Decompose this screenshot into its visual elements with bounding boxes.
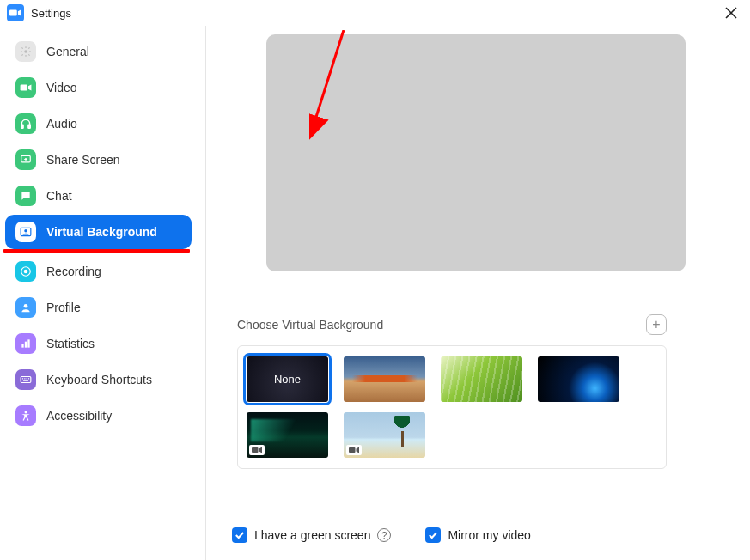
sidebar-item-label: Video	[46, 81, 77, 94]
sidebar-item-label: Virtual Background	[46, 225, 157, 239]
sidebar-item-audio[interactable]: Audio	[5, 107, 192, 141]
sidebar-item-profile[interactable]: Profile	[5, 290, 192, 325]
chat-icon	[15, 186, 36, 206]
sidebar-item-share[interactable]: Share Screen	[5, 143, 192, 177]
sidebar-item-statistics[interactable]: Statistics	[5, 326, 192, 361]
person-icon	[15, 297, 36, 318]
svg-rect-12	[25, 342, 27, 348]
close-button[interactable]	[719, 1, 743, 25]
svg-rect-13	[27, 339, 29, 347]
section-title: Choose Virtual Background	[237, 318, 383, 332]
accessibility-icon	[15, 405, 36, 426]
sidebar-item-label: Chat	[46, 189, 72, 203]
mirror-video-checkbox[interactable]: Mirror my video	[425, 527, 530, 543]
sidebar: General Video Audio Share Screen Chat Vi…	[0, 26, 206, 560]
svg-point-20	[25, 411, 27, 413]
bar-chart-icon	[15, 333, 36, 354]
svg-point-7	[24, 229, 27, 233]
sidebar-item-general[interactable]: General	[5, 34, 192, 69]
help-icon[interactable]: ?	[377, 528, 391, 542]
sidebar-item-label: Statistics	[46, 337, 95, 350]
sidebar-item-label: Accessibility	[46, 409, 112, 423]
sidebar-item-label: Share Screen	[46, 153, 120, 167]
thumbnail-aurora[interactable]	[247, 412, 328, 458]
svg-rect-17	[27, 378, 27, 379]
sidebar-item-label: Profile	[46, 301, 81, 314]
sidebar-item-accessibility[interactable]: Accessibility	[5, 399, 192, 433]
video-badge-icon	[249, 445, 265, 455]
sidebar-item-label: Recording	[46, 265, 101, 278]
svg-rect-0	[9, 10, 17, 16]
sidebar-item-recording[interactable]: Recording	[5, 254, 192, 289]
sidebar-item-label: Keyboard Shortcuts	[46, 373, 152, 387]
main-panel: Choose Virtual Background + None	[206, 26, 750, 560]
gear-icon	[15, 41, 36, 62]
titlebar: Settings	[0, 0, 750, 26]
svg-rect-15	[22, 378, 23, 379]
sidebar-item-virtual-background[interactable]: Virtual Background	[5, 215, 192, 249]
add-background-button[interactable]: +	[646, 314, 667, 335]
checkbox-checked-icon	[425, 527, 441, 543]
svg-point-10	[24, 304, 28, 308]
video-badge-icon	[346, 445, 362, 455]
checkbox-label: Mirror my video	[448, 528, 530, 542]
thumbnail-grass[interactable]	[441, 356, 522, 402]
person-card-icon	[15, 222, 36, 242]
checkbox-label: I have a green screen	[254, 528, 370, 542]
svg-point-1	[24, 50, 27, 53]
plus-icon: +	[652, 317, 660, 332]
svg-rect-4	[28, 125, 30, 128]
sidebar-item-label: Audio	[46, 117, 77, 131]
svg-rect-19	[23, 380, 28, 381]
video-icon	[15, 77, 36, 98]
video-preview	[266, 34, 686, 271]
sidebar-item-video[interactable]: Video	[5, 70, 192, 105]
window-title: Settings	[31, 7, 71, 20]
sidebar-item-keyboard[interactable]: Keyboard Shortcuts	[5, 362, 192, 397]
svg-rect-22	[252, 447, 259, 453]
thumbnail-bridge[interactable]	[344, 356, 425, 402]
svg-rect-14	[21, 377, 31, 383]
sidebar-item-label: General	[46, 45, 89, 58]
thumbnail-earth[interactable]	[538, 356, 619, 402]
annotation-underline	[3, 249, 190, 253]
svg-rect-16	[24, 378, 25, 379]
svg-rect-3	[21, 125, 23, 128]
zoom-app-icon	[7, 4, 24, 21]
svg-point-9	[24, 270, 28, 274]
main-container: General Video Audio Share Screen Chat Vi…	[0, 26, 750, 560]
headphones-icon	[15, 113, 36, 134]
share-screen-icon	[15, 149, 36, 170]
checkbox-checked-icon	[232, 527, 247, 543]
svg-rect-11	[21, 344, 23, 348]
keyboard-icon	[15, 369, 36, 390]
sidebar-item-chat[interactable]: Chat	[5, 179, 192, 213]
thumbnail-label: None	[274, 373, 301, 386]
svg-rect-23	[349, 447, 356, 453]
close-icon	[725, 7, 737, 19]
thumbnail-none[interactable]: None	[247, 356, 328, 402]
svg-rect-2	[21, 85, 27, 91]
thumbnail-beach[interactable]	[344, 412, 425, 458]
svg-rect-18	[28, 378, 29, 379]
background-thumbnails: None	[237, 345, 667, 469]
record-icon	[15, 261, 36, 282]
green-screen-checkbox[interactable]: I have a green screen ?	[232, 527, 391, 543]
